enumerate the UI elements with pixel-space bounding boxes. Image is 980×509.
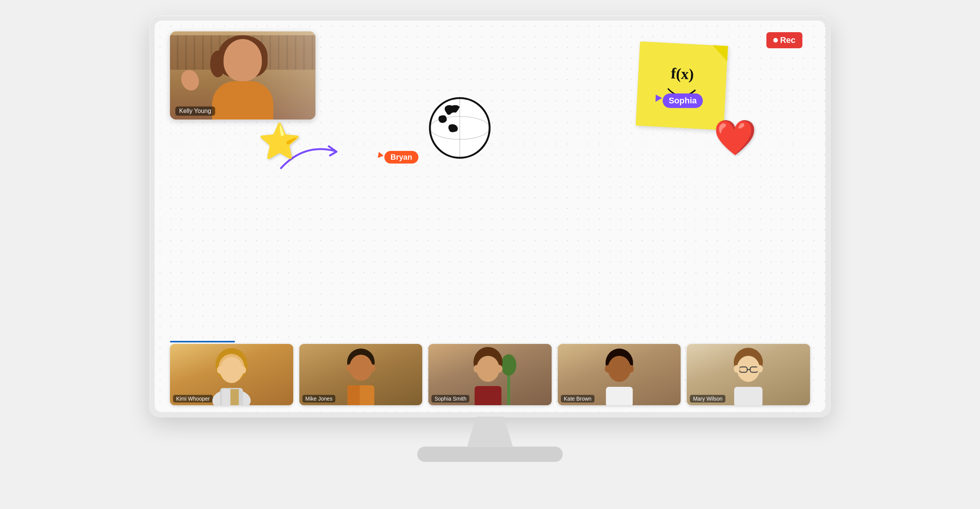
monitor-wrapper: Rec Kelly Young Sophia (126, 15, 854, 494)
svg-point-36 (734, 365, 740, 373)
sophia-name-badge: Sophia (663, 93, 703, 108)
kelly-body (212, 81, 273, 119)
bryan-name-badge: Bryan (384, 151, 418, 164)
svg-point-26 (608, 356, 631, 382)
svg-rect-35 (734, 387, 763, 405)
svg-point-31 (737, 356, 760, 382)
participant-tile-kimi[interactable]: Kimi Whooper (170, 344, 293, 405)
svg-point-23 (474, 365, 480, 373)
svg-point-24 (497, 365, 503, 373)
svg-rect-22 (475, 386, 501, 405)
monitor-screen: Rec Kelly Young Sophia (155, 21, 825, 412)
main-video-tile[interactable]: Kelly Young (170, 31, 315, 119)
kelly-head (224, 39, 262, 81)
svg-point-10 (217, 366, 223, 374)
svg-rect-27 (606, 387, 633, 405)
globe-sticker (425, 93, 494, 164)
svg-point-13 (349, 355, 372, 381)
rec-badge[interactable]: Rec (766, 32, 802, 48)
participant-tile-sophia[interactable]: Sophia Smith (428, 344, 552, 405)
participant-tile-mary[interactable]: Mary Wilson (687, 344, 810, 405)
sophia-cursor-label: Sophia (653, 93, 703, 108)
rec-dot (773, 38, 778, 43)
mike-avatar (299, 344, 423, 405)
rec-label: Rec (780, 35, 795, 45)
svg-rect-8 (222, 389, 230, 405)
participants-strip: Kimi Whooper (170, 344, 810, 405)
monitor-stand-base (417, 447, 563, 462)
participant-tile-mike[interactable]: Mike Jones (299, 344, 423, 405)
svg-point-17 (369, 364, 375, 372)
sticky-note[interactable]: f(x) (635, 41, 728, 130)
participant-tile-kate[interactable]: Kate Brown (558, 344, 681, 405)
presenter-name-label: Kelly Young (175, 106, 215, 116)
star-sticker: ⭐ (258, 124, 301, 159)
monitor-stand-neck (467, 417, 513, 447)
svg-rect-15 (347, 385, 359, 405)
active-speaker-bar (170, 341, 235, 342)
svg-point-28 (605, 365, 611, 373)
sophia-avatar (428, 344, 552, 405)
svg-point-37 (757, 365, 763, 373)
heart-sticker: ❤️ (714, 120, 756, 155)
svg-point-19 (501, 354, 516, 376)
bryan-cursor-label: Bryan (377, 151, 418, 164)
svg-point-11 (240, 366, 246, 374)
svg-point-21 (477, 356, 500, 382)
kate-avatar (558, 344, 681, 405)
svg-point-16 (346, 364, 352, 372)
svg-point-5 (220, 357, 243, 383)
globe-svg (425, 93, 494, 162)
svg-point-29 (628, 365, 634, 373)
svg-rect-9 (230, 389, 239, 405)
monitor-body: Rec Kelly Young Sophia (149, 15, 831, 417)
sophia-cursor-icon (652, 93, 662, 102)
kimi-avatar (170, 344, 293, 405)
mary-avatar (687, 344, 810, 405)
bryan-cursor-icon (376, 151, 384, 158)
